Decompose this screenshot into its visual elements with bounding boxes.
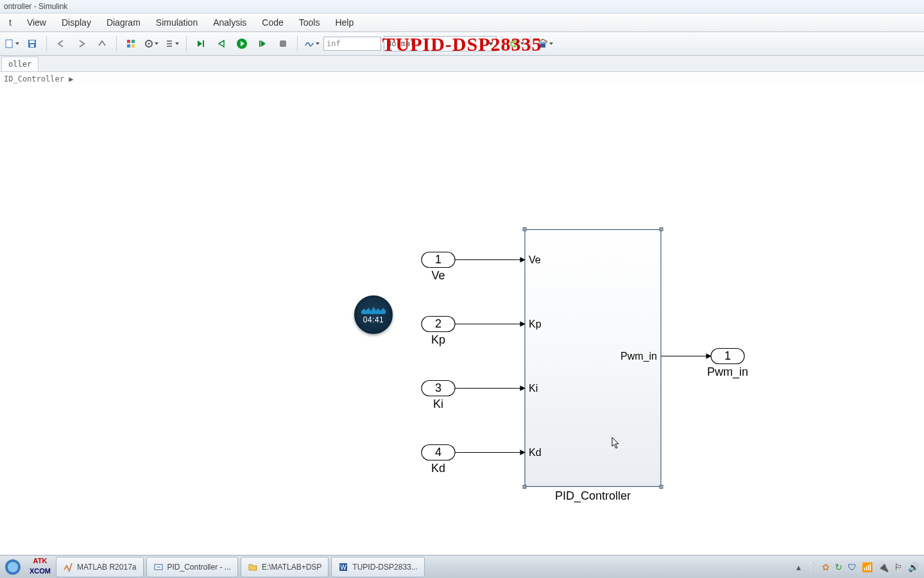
svg-rect-22	[523, 228, 526, 231]
simulation-mode-value: Normal	[387, 39, 415, 48]
block-port-label-pwm: Pwm_in	[620, 351, 657, 362]
svg-rect-23	[660, 228, 663, 231]
input-port-ki[interactable]: 3 Ki	[422, 381, 455, 410]
library-browser-button[interactable]	[122, 35, 140, 53]
svg-rect-5	[132, 40, 135, 43]
diagnostics-button[interactable]	[508, 35, 526, 53]
step-back-one-button[interactable]	[212, 35, 230, 53]
new-button[interactable]	[3, 35, 21, 53]
up-button[interactable]	[93, 35, 111, 53]
tray-signal-icon[interactable]: 📶	[862, 562, 873, 572]
tray-volume-icon[interactable]: 🔊	[908, 562, 919, 572]
library-icon	[126, 39, 136, 49]
svg-rect-2	[30, 40, 35, 43]
new-icon	[4, 39, 14, 49]
signal-icon	[304, 39, 314, 48]
svg-marker-11	[198, 40, 202, 47]
gear-icon	[144, 39, 153, 48]
svg-rect-4	[127, 40, 130, 43]
taskbar-simulink[interactable]: PID_Controller - ...	[146, 557, 238, 577]
pid-controller-block[interactable]: Ve Kp Ki Kd Pwm_in PID_Controller	[523, 228, 663, 503]
taskbar: ATK XCOM MATLAB R2017a PID_Controller - …	[0, 555, 924, 578]
step-forward-button[interactable]	[253, 35, 271, 53]
input-label-ki: Ki	[433, 398, 443, 410]
toolbar-separator	[116, 36, 117, 51]
input-num-kp: 2	[435, 317, 441, 330]
svg-text:W: W	[341, 564, 347, 571]
input-num-kd: 4	[435, 446, 441, 459]
tray-shield-icon[interactable]: 🛡	[848, 562, 857, 572]
input-port-kp[interactable]: 2 Kp	[422, 317, 455, 346]
input-port-kd[interactable]: 4 Kd	[422, 445, 455, 475]
tray-sync-icon[interactable]: ↻	[835, 562, 843, 572]
output-label-pwm: Pwm_in	[707, 365, 748, 379]
input-label-ve: Ve	[431, 269, 445, 282]
word-icon: W	[338, 562, 348, 572]
tray-chevron-icon[interactable]: ▴	[796, 562, 801, 572]
forward-button[interactable]	[73, 35, 90, 53]
tab-strip: oller	[0, 56, 924, 72]
tray-help-icon[interactable]: ❔	[806, 562, 817, 572]
svg-rect-25	[660, 486, 663, 489]
svg-rect-17	[280, 40, 286, 47]
menu-item-diagram[interactable]: Diagram	[99, 13, 148, 31]
taskbar-atk[interactable]: ATK XCOM	[27, 557, 53, 577]
step-back-button[interactable]	[192, 35, 210, 53]
svg-rect-15	[259, 40, 261, 47]
svg-marker-12	[219, 40, 224, 47]
svg-marker-16	[261, 40, 266, 47]
simulink-icon	[153, 562, 164, 572]
build-button[interactable]	[536, 35, 554, 53]
log-button[interactable]	[163, 35, 181, 53]
tray-flower-icon[interactable]: ✿	[822, 562, 830, 572]
menu-item-tools[interactable]: Tools	[291, 13, 328, 31]
step-forward-icon	[257, 39, 268, 48]
toolbar-separator	[502, 36, 502, 51]
tab-controller[interactable]: oller	[1, 57, 38, 71]
atk-icon: ATK	[33, 557, 47, 564]
menu-item-code[interactable]: Code	[254, 13, 291, 31]
svg-rect-3	[30, 44, 34, 47]
folder-icon	[248, 562, 258, 572]
model-canvas[interactable]: 04:41 Ve Kp Ki Kd Pwm_in PID_Controll	[0, 83, 924, 556]
taskbar-simulink-label: PID_Controller - ...	[167, 563, 231, 572]
input-num-ki: 3	[435, 381, 441, 394]
tray-usb-icon[interactable]: 🔌	[878, 562, 889, 572]
stop-time-input[interactable]	[323, 37, 381, 51]
block-port-label-kd: Kd	[529, 447, 542, 458]
taskbar-word[interactable]: W TUPID-DSP2833...	[331, 557, 424, 577]
save-icon	[27, 39, 37, 49]
simulation-mode-select[interactable]: Normal	[384, 36, 497, 51]
menu-item-display[interactable]: Display	[54, 13, 99, 31]
signal-button[interactable]	[303, 35, 321, 53]
arrow-left-icon	[56, 39, 65, 48]
menu-item-view[interactable]: View	[19, 13, 54, 31]
reverse-icon	[217, 39, 226, 48]
toolbar-separator	[531, 36, 531, 51]
menu-item-help[interactable]: Help	[327, 13, 361, 31]
save-button[interactable]	[23, 35, 41, 53]
back-button[interactable]	[52, 35, 70, 53]
menu-item-t[interactable]: t	[1, 13, 19, 31]
menu-item-simulation[interactable]: Simulation	[148, 13, 205, 31]
output-port-pwm[interactable]: 1 Pwm_in	[707, 349, 748, 379]
svg-point-32	[8, 562, 18, 572]
input-port-ve[interactable]: 1 Ve	[422, 252, 455, 282]
tray-flag-icon[interactable]: 🏳	[894, 562, 903, 572]
input-label-kp: Kp	[431, 333, 445, 346]
svg-rect-24	[523, 486, 526, 489]
svg-rect-7	[132, 44, 135, 48]
system-tray: ▴ ❔ ✿ ↻ 🛡 📶 🔌 🏳 🔊	[796, 562, 924, 572]
taskbar-start[interactable]	[1, 557, 24, 577]
input-label-kd: Kd	[431, 462, 445, 475]
menu-item-analysis[interactable]: Analysis	[205, 13, 254, 31]
taskbar-matlab-label: MATLAB R2017a	[77, 563, 137, 572]
run-button[interactable]	[233, 35, 251, 53]
model-config-button[interactable]	[142, 35, 160, 53]
taskbar-folder[interactable]: E:\MATLAB+DSP	[241, 557, 329, 577]
svg-rect-10	[203, 40, 204, 47]
toolbar-separator	[46, 36, 47, 51]
stop-button[interactable]	[274, 35, 292, 53]
taskbar-matlab[interactable]: MATLAB R2017a	[56, 557, 144, 577]
atk-icon-sub: XCOM	[30, 568, 51, 574]
